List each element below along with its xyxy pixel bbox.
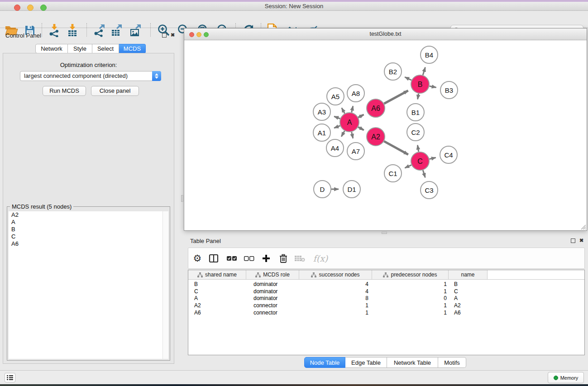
export-image-icon[interactable] xyxy=(128,23,143,38)
select-all-rows-icon[interactable] xyxy=(224,251,239,266)
network-maximize-button[interactable] xyxy=(204,32,209,37)
resize-grip-icon[interactable] xyxy=(580,224,586,230)
table-row[interactable]: Adominator80A xyxy=(188,295,584,302)
network-close-button[interactable] xyxy=(189,32,194,37)
horizontal-split-grip[interactable] xyxy=(382,232,387,234)
graph-edge-A-A8[interactable] xyxy=(352,106,353,112)
column-header-shared-name[interactable]: shared name xyxy=(188,270,246,280)
table-cell[interactable]: C xyxy=(449,288,488,295)
close-panel-button[interactable]: Close panel xyxy=(91,86,139,96)
tab-motifs[interactable]: Motifs xyxy=(438,357,466,368)
mcds-result-item[interactable]: A6 xyxy=(9,240,168,248)
table-cell[interactable]: B xyxy=(449,281,488,288)
tab-node-table[interactable]: Node Table xyxy=(304,357,345,368)
maximize-window-button[interactable] xyxy=(40,5,47,11)
table-cell[interactable]: dominator xyxy=(246,281,299,288)
network-minimize-button[interactable] xyxy=(196,32,201,37)
tab-network[interactable]: Network xyxy=(35,44,68,53)
graph-edge-A2-C[interactable] xyxy=(384,141,408,154)
memory-button[interactable]: Memory xyxy=(548,372,584,383)
tab-mcds[interactable]: MCDS xyxy=(119,44,146,53)
scrollbar-track[interactable] xyxy=(163,211,168,359)
control-panel-float-icon[interactable] xyxy=(161,33,167,39)
mcds-result-item[interactable]: A xyxy=(9,219,168,226)
column-header-name[interactable]: name xyxy=(449,270,488,280)
graph-edge-B-B1[interactable] xyxy=(418,94,419,100)
mcds-result-item[interactable]: B xyxy=(9,226,168,233)
column-visibility-icon[interactable] xyxy=(206,251,221,266)
export-table-icon[interactable] xyxy=(109,23,124,38)
graph-edge-A6-B[interactable] xyxy=(384,91,408,104)
graph-node-label-B1: B1 xyxy=(411,109,420,116)
export-network-icon[interactable] xyxy=(92,23,107,38)
control-panel-close-icon[interactable]: ✖ xyxy=(170,32,176,38)
mcds-result-item[interactable]: C xyxy=(9,233,168,240)
graph-edge-A-A2[interactable] xyxy=(358,127,363,130)
add-column-icon[interactable] xyxy=(258,251,274,266)
network-canvas[interactable]: AA6A2BCA5A8A3A1A4A7B2B4B3B1C2C4C1C3DD1 xyxy=(184,40,587,230)
deselect-all-rows-icon[interactable] xyxy=(241,251,257,266)
graph-edge-C-C3[interactable] xyxy=(423,170,425,177)
graph-edge-A-A6[interactable] xyxy=(358,114,363,117)
table-cell[interactable]: C xyxy=(188,288,246,295)
tab-select[interactable]: Select xyxy=(92,44,119,53)
column-header-mcds-role[interactable]: MCDS role xyxy=(246,270,299,280)
table-cell[interactable]: 1 xyxy=(372,288,449,295)
graph-edge-C-C1[interactable] xyxy=(405,165,411,168)
graph-edge-A-A5[interactable] xyxy=(342,108,345,113)
table-cell[interactable]: A2 xyxy=(449,302,488,310)
table-cell[interactable]: B xyxy=(188,281,246,288)
graph-edge-B-B3[interactable] xyxy=(430,86,436,87)
table-cell[interactable]: 4 xyxy=(299,281,372,288)
table-cell[interactable]: A xyxy=(188,295,246,302)
table-cell[interactable]: A6 xyxy=(188,310,246,317)
show-panels-button[interactable] xyxy=(5,373,15,382)
graph-edge-B-B4[interactable] xyxy=(423,67,425,75)
minimize-window-button[interactable] xyxy=(27,5,33,11)
graph-edge-B-B2[interactable] xyxy=(405,77,411,80)
table-cell[interactable]: 1 xyxy=(372,302,449,310)
tab-style[interactable]: Style xyxy=(68,44,92,53)
column-header-predecessor-nodes[interactable]: predecessor nodes xyxy=(372,270,449,280)
graph-edge-A-A7[interactable] xyxy=(352,132,353,138)
import-table-icon[interactable] xyxy=(65,23,80,38)
table-panel-float-icon[interactable] xyxy=(570,238,576,244)
column-header-successor-nodes[interactable]: successor nodes xyxy=(299,270,372,280)
table-cell[interactable]: connector xyxy=(246,302,299,310)
table-cell[interactable]: connector xyxy=(246,310,299,317)
table-row[interactable]: A2connector11A2 xyxy=(188,302,584,310)
table-cell[interactable]: 1 xyxy=(372,310,449,317)
table-row[interactable]: Cdominator41C xyxy=(188,288,584,295)
table-cell[interactable]: A xyxy=(449,295,488,302)
mcds-result-list[interactable]: A2ABCA6 xyxy=(9,211,168,359)
table-cell[interactable]: 1 xyxy=(299,310,372,317)
table-cell[interactable]: dominator xyxy=(246,288,299,295)
table-row[interactable]: A6connector11A6 xyxy=(188,310,584,317)
graph-edge-A-A4[interactable] xyxy=(341,131,344,137)
table-cell[interactable]: 0 xyxy=(372,295,449,302)
table-cell[interactable]: 1 xyxy=(372,281,449,288)
tab-network-table[interactable]: Network Table xyxy=(387,357,438,368)
import-network-glyph xyxy=(48,24,61,37)
graph-edge-A-A1[interactable] xyxy=(334,126,340,128)
close-window-button[interactable] xyxy=(14,5,20,11)
table-settings-icon[interactable]: ⚙ xyxy=(190,251,205,266)
graph-edge-C-C4[interactable] xyxy=(429,157,435,159)
vertical-split-grip[interactable] xyxy=(181,195,183,202)
optimization-criterion-select[interactable]: largest connected component (directed) xyxy=(20,71,161,81)
graph-edge-C-C2[interactable] xyxy=(417,145,418,152)
table-cell[interactable]: 4 xyxy=(299,288,372,295)
mcds-result-item[interactable]: A2 xyxy=(9,211,168,219)
graph-edge-A-A3[interactable] xyxy=(334,116,340,119)
delete-column-icon[interactable] xyxy=(276,251,291,266)
table-row[interactable]: Bdominator41B xyxy=(188,281,584,288)
tab-edge-table[interactable]: Edge Table xyxy=(345,357,387,368)
table-panel-close-icon[interactable]: ✖ xyxy=(578,238,584,243)
run-mcds-button[interactable]: Run MCDS xyxy=(43,86,86,96)
table-cell[interactable]: 1 xyxy=(299,302,372,310)
table-cell[interactable]: A6 xyxy=(449,310,488,317)
table-cell[interactable]: dominator xyxy=(246,295,299,302)
table-cell[interactable]: 8 xyxy=(299,295,372,302)
table-cell[interactable]: A2 xyxy=(188,302,246,310)
import-network-icon[interactable] xyxy=(47,23,62,38)
